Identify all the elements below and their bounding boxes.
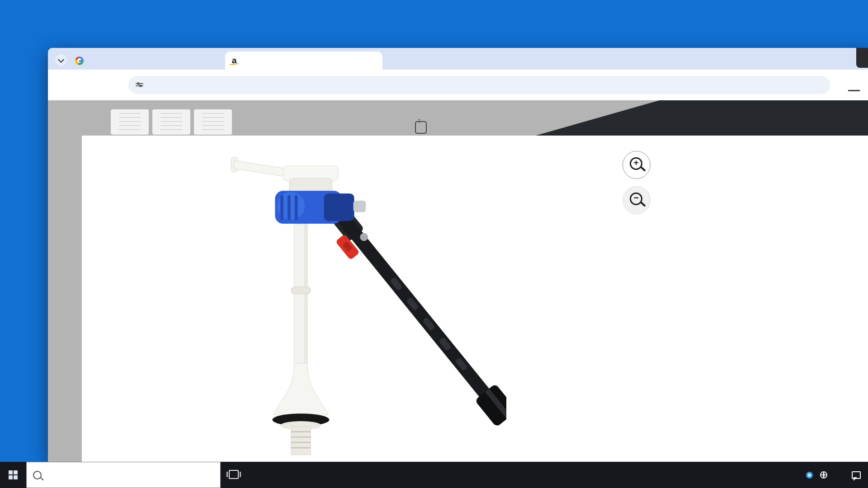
- taskbar-search-box[interactable]: [26, 462, 221, 488]
- tab-close-icon[interactable]: [370, 56, 378, 65]
- zoom-out-button[interactable]: [623, 186, 651, 214]
- taskbar: [0, 462, 868, 488]
- site-settings-icon[interactable]: [136, 82, 143, 88]
- tab-strip: a: [48, 48, 868, 70]
- back-button[interactable]: [55, 77, 71, 93]
- product-image: [231, 152, 506, 462]
- windows-logo-icon: [9, 470, 18, 479]
- search-icon: [33, 471, 42, 479]
- network-globe-icon[interactable]: [820, 471, 827, 479]
- tray-app-icon[interactable]: [806, 472, 813, 479]
- search-input[interactable]: [47, 470, 220, 479]
- dimmed-card: [111, 109, 149, 135]
- downloads-icon[interactable]: [848, 80, 860, 91]
- image-zoom-modal: [82, 136, 868, 462]
- address-bar[interactable]: [128, 76, 830, 94]
- window-control-corner[interactable]: [856, 48, 868, 68]
- action-center-icon[interactable]: [852, 471, 861, 479]
- magnifier-minus-icon: [630, 192, 642, 205]
- tab-google-search[interactable]: [71, 52, 222, 70]
- zoom-in-button[interactable]: [623, 151, 651, 179]
- tab-search-chevron-icon[interactable]: [55, 54, 67, 66]
- system-tray: [782, 462, 868, 488]
- forward-button[interactable]: [78, 77, 94, 93]
- dimmed-page-hero: [536, 100, 868, 136]
- browser-toolbar: [48, 70, 868, 100]
- google-favicon-icon: [75, 56, 84, 65]
- share-icon[interactable]: [415, 121, 427, 134]
- task-view-button[interactable]: [221, 462, 247, 488]
- reload-button[interactable]: [101, 77, 118, 93]
- tab-close-icon[interactable]: [210, 56, 218, 65]
- tab-amazon-product[interactable]: a: [225, 52, 382, 70]
- dimmed-card: [152, 109, 190, 135]
- dimmed-card: [194, 109, 232, 135]
- window-minimize-button[interactable]: [824, 48, 837, 61]
- magnifier-plus-icon: [630, 157, 642, 170]
- task-view-icon: [229, 470, 239, 479]
- start-button[interactable]: [0, 462, 26, 488]
- page-content: [48, 100, 868, 462]
- new-tab-button[interactable]: [390, 54, 402, 66]
- browser-window: a: [48, 48, 868, 462]
- amazon-favicon-icon: a: [230, 56, 239, 65]
